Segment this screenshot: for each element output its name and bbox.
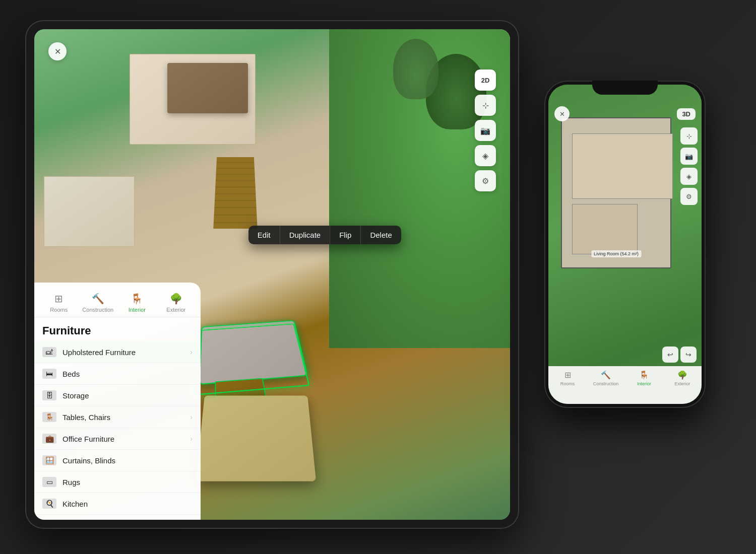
kitchen-area [44, 176, 135, 247]
context-delete-button[interactable]: Delete [361, 226, 401, 244]
phone-camera-button[interactable]: 📷 [680, 148, 698, 165]
phone-rooms-icon: ⊞ [564, 370, 571, 380]
phone-redo-button[interactable]: ↪ [680, 347, 697, 363]
phone-tab-construction[interactable]: 🔨 Construction [587, 370, 625, 386]
phone-tab-interior[interactable]: 🪑 Interior [625, 370, 663, 386]
transform-icon: ⊹ [482, 101, 489, 110]
storage-icon: 🗄 [42, 390, 56, 400]
tab-exterior-label: Exterior [166, 307, 185, 313]
tab-construction[interactable]: 🔨 Construction [79, 289, 118, 317]
menu-item-kitchen[interactable]: 🍳 Kitchen [34, 493, 201, 515]
close-icon: ✕ [54, 47, 61, 56]
menu-item-upholstered[interactable]: 🛋 Upholstered Furniture › [34, 341, 201, 363]
tab-exterior[interactable]: 🌳 Exterior [157, 289, 196, 317]
phone-tab-interior-label: Interior [637, 381, 651, 386]
phone-interior-icon: 🪑 [639, 370, 649, 380]
tablet-screen: ✕ Edit Duplicate Flip Delete 2D ⊹ 📷 ◈ [34, 29, 510, 520]
menu-item-storage[interactable]: 🗄 Storage [34, 385, 201, 406]
interior-icon: 🪑 [131, 293, 143, 305]
menu-item-tables-chairs-label: Tables, Chairs [62, 413, 110, 422]
phone-plan-area: Living Room (54.2 m²) [556, 112, 681, 364]
phone-top-bar: ✕ 3D [548, 103, 702, 125]
phone-room-label: Living Room (54.2 m²) [591, 250, 641, 257]
menu-item-beds[interactable]: 🛏 Beds [34, 363, 201, 385]
furniture-section-title: Furniture [34, 317, 201, 341]
tablet-close-button[interactable]: ✕ [48, 42, 67, 60]
menu-item-beds-label: Beds [62, 370, 80, 378]
phone-close-button[interactable]: ✕ [554, 106, 570, 121]
stairs-element [213, 157, 257, 229]
layers-icon: ◈ [482, 151, 488, 161]
context-edit-button[interactable]: Edit [248, 226, 280, 244]
construction-icon: 🔨 [92, 293, 104, 305]
tab-interior[interactable]: 🪑 Interior [117, 289, 157, 317]
phone-undo-button[interactable]: ↩ [662, 347, 678, 363]
curtains-icon: 🪟 [42, 455, 56, 465]
phone-undo-redo-controls: ↩ ↪ [662, 347, 697, 363]
phone-right-toolbar: ⊹ 📷 ◈ ⚙ [680, 127, 698, 205]
bed-furniture [167, 63, 248, 113]
phone-device: Living Room (54.2 m²) ✕ 3D ⊹ 📷 [544, 81, 706, 408]
phone-exterior-icon: 🌳 [677, 370, 687, 380]
beds-icon: 🛏 [42, 369, 56, 379]
menu-item-office-label: Office Furniture [62, 435, 114, 443]
phone-layers-button[interactable]: ◈ [680, 168, 698, 185]
menu-item-rugs[interactable]: ▭ Rugs [34, 471, 201, 493]
phone-construction-icon: 🔨 [601, 370, 611, 380]
scene-container: ✕ Edit Duplicate Flip Delete 2D ⊹ 📷 ◈ [0, 0, 756, 554]
menu-item-storage-label: Storage [62, 391, 89, 400]
chevron-icon-2: › [190, 413, 193, 421]
phone-close-icon: ✕ [559, 110, 565, 118]
rugs-icon: ▭ [42, 477, 56, 487]
menu-item-curtains-label: Curtains, Blinds [62, 456, 115, 465]
phone-tab-construction-label: Construction [593, 381, 619, 386]
settings-button[interactable]: ⚙ [475, 170, 496, 191]
transform-button[interactable]: ⊹ [475, 95, 496, 116]
phone-bottom-tabs: ⊞ Rooms 🔨 Construction 🪑 Interior 🌳 Exte… [548, 366, 702, 404]
chevron-icon-3: › [190, 435, 193, 443]
tablet-device: ✕ Edit Duplicate Flip Delete 2D ⊹ 📷 ◈ [25, 20, 519, 529]
tables-chairs-icon: 🪑 [42, 412, 56, 422]
context-menu: Edit Duplicate Flip Delete [248, 226, 401, 244]
menu-item-upholstered-label: Upholstered Furniture [62, 348, 136, 357]
phone-layers-icon: ◈ [686, 173, 691, 180]
kitchen-icon: 🍳 [42, 499, 56, 509]
phone-transform-icon: ⊹ [686, 132, 692, 140]
phone-tab-rooms-label: Rooms [560, 381, 575, 386]
phone-view-mode-badge[interactable]: 3D [677, 108, 696, 120]
office-icon: 💼 [42, 434, 56, 444]
sofa-furniture[interactable] [199, 320, 308, 385]
phone-camera-icon: 📷 [685, 153, 693, 160]
menu-item-kitchen-label: Kitchen [62, 500, 88, 508]
chevron-icon: › [190, 348, 193, 356]
tab-interior-label: Interior [129, 307, 146, 313]
context-flip-button[interactable]: Flip [330, 226, 361, 244]
camera-icon: 📷 [480, 126, 490, 135]
phone-screen: Living Room (54.2 m²) ✕ 3D ⊹ 📷 [548, 85, 702, 404]
camera-button[interactable]: 📷 [475, 120, 496, 141]
layers-button[interactable]: ◈ [475, 145, 496, 166]
context-duplicate-button[interactable]: Duplicate [280, 226, 331, 244]
phone-settings-icon: ⚙ [686, 193, 692, 200]
furniture-menu-list: 🛋 Upholstered Furniture › 🛏 Beds 🗄 Stora… [34, 341, 201, 515]
furniture-panel: ⊞ Rooms 🔨 Construction 🪑 Interior 🌳 Exte… [34, 283, 201, 520]
menu-item-curtains[interactable]: 🪟 Curtains, Blinds [34, 450, 201, 471]
undo-icon: ↩ [667, 351, 673, 359]
phone-settings-button[interactable]: ⚙ [680, 188, 698, 205]
rooms-icon: ⊞ [54, 293, 63, 305]
phone-tab-exterior[interactable]: 🌳 Exterior [663, 370, 702, 386]
phone-tab-exterior-label: Exterior [674, 381, 690, 386]
menu-item-rugs-label: Rugs [62, 478, 80, 487]
phone-living-room [572, 133, 673, 199]
menu-item-office[interactable]: 💼 Office Furniture › [34, 428, 201, 450]
tab-rooms[interactable]: ⊞ Rooms [39, 289, 79, 317]
upholstered-icon: 🛋 [42, 347, 56, 357]
exterior-icon: 🌳 [170, 293, 182, 305]
category-tabs: ⊞ Rooms 🔨 Construction 🪑 Interior 🌳 Exte… [34, 283, 201, 317]
tree-decoration-2 [393, 39, 438, 99]
dining-table[interactable] [196, 396, 316, 481]
phone-transform-button[interactable]: ⊹ [680, 127, 698, 145]
phone-tab-rooms[interactable]: ⊞ Rooms [548, 370, 587, 386]
view-2d-button[interactable]: 2D [475, 70, 496, 91]
menu-item-tables-chairs[interactable]: 🪑 Tables, Chairs › [34, 406, 201, 428]
